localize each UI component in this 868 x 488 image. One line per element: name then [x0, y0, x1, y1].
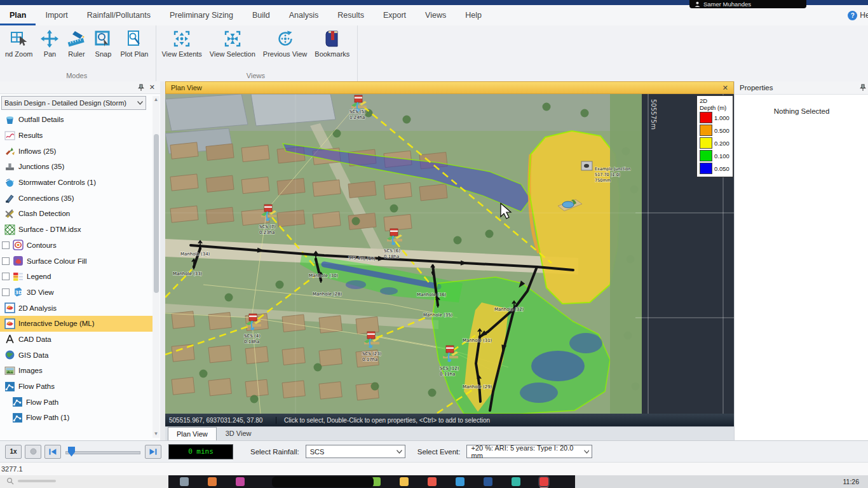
menu-item-results[interactable]: Results	[328, 5, 374, 25]
task-view-app-icon[interactable]	[180, 477, 189, 486]
menu-item-build[interactable]: Build	[243, 5, 280, 25]
app-icon-yellow[interactable]	[400, 477, 409, 486]
sidebar-item-outfall-details[interactable]: Outfall Details	[0, 112, 153, 128]
scroll-up-icon[interactable]: ▲	[153, 96, 159, 104]
sidebar-item-3d-view[interactable]: 3D3D View	[0, 285, 153, 301]
menu-item-preliminary-sizing[interactable]: Preliminary Sizing	[160, 5, 243, 25]
bookmarks-button[interactable]: Bookmarks	[311, 27, 353, 58]
rainfall-select[interactable]: SCS	[306, 445, 405, 458]
slider-handle[interactable]	[68, 447, 75, 457]
sidebar-scrollbar[interactable]: ▲ ▼	[153, 96, 159, 438]
layer-checkbox[interactable]	[2, 241, 10, 249]
app-icon-magenta[interactable]	[236, 477, 245, 486]
layer-checkbox[interactable]	[2, 273, 10, 280]
sidebar-item-clash-detection[interactable]: Clash Detection	[0, 206, 153, 222]
view-selection-button[interactable]: View Selection	[206, 27, 259, 58]
view-extents-button[interactable]: View Extents	[158, 27, 205, 58]
map-canvas[interactable]: Manhole (34)Manhole (33)Manhole (30)Manh…	[165, 94, 734, 414]
sidebar-item-junctions-35[interactable]: Junctions (35)	[0, 159, 153, 175]
sidebar-item-inflows-25[interactable]: Inflows (25)	[0, 143, 153, 159]
ribbon-group-modes: nd ZoomPanRulerSnapPlot PlanModes	[0, 25, 156, 81]
scrollbar-thumb[interactable]	[154, 134, 159, 293]
sidebar-item-gis-data[interactable]: GIS Data	[0, 347, 153, 363]
app-icon-teal[interactable]	[512, 477, 520, 486]
scs-label: SCS (4)	[244, 334, 261, 339]
plan-view-title: Plan View	[171, 84, 202, 92]
sidebar-item-stormwater-controls-1[interactable]: Stormwater Controls (1)	[0, 175, 153, 191]
legend-entry: 1.000	[700, 111, 731, 124]
menu-item-import[interactable]: Import	[36, 5, 77, 25]
close-icon[interactable]: ✕	[722, 85, 728, 92]
skip-end-button[interactable]	[145, 445, 161, 459]
layer-checkbox[interactable]	[2, 288, 10, 296]
junction-icon[interactable]	[581, 161, 592, 170]
skip-start-button[interactable]	[44, 445, 61, 459]
sidebar-item-connections-35[interactable]: Connections (35)	[0, 190, 153, 206]
previous-view-icon	[276, 29, 295, 48]
tab-plan-view[interactable]: Plan View	[168, 427, 217, 440]
sidebar-item-surface-dtm-idsx[interactable]: Surface - DTM.idsx	[0, 222, 153, 238]
menu-item-analysis[interactable]: Analysis	[280, 5, 329, 25]
sidebar-item-surface-colour-fill[interactable]: Surface Colour Fill	[0, 253, 153, 269]
junction-label: 750mm	[595, 178, 611, 183]
pan-button[interactable]: Pan	[36, 27, 63, 58]
event-select[interactable]: +20 %: ARI: 5 years: Type I: 20.0 mm	[466, 445, 592, 458]
sidebar-item-label: Results	[18, 132, 43, 139]
time-slider[interactable]	[65, 445, 140, 458]
sidebar-item-interactive-deluge-ml[interactable]: Interactive Deluge (ML)	[0, 316, 153, 332]
app-icon-navy[interactable]	[484, 477, 492, 486]
sidebar-item-cad-data[interactable]: CAD Data	[0, 332, 153, 348]
sidebar-item-images[interactable]: Images	[0, 363, 153, 379]
tab-3d-view[interactable]: 3D View	[217, 426, 261, 440]
sidebar-item-flow-paths[interactable]: Flow Paths	[0, 379, 153, 395]
sidebar-item-results[interactable]: Results	[0, 128, 153, 144]
view-extents-icon	[172, 29, 191, 48]
flow-path-icon	[12, 396, 23, 407]
legend-swatch	[700, 150, 712, 161]
layer-checkbox[interactable]	[2, 257, 10, 265]
app-icon-orange[interactable]	[208, 477, 217, 486]
sidebar-item-2d-analysis[interactable]: 2D Analysis	[0, 300, 153, 316]
ribbon-button-label: Snap	[95, 50, 112, 58]
app-icon-blue[interactable]	[456, 477, 465, 486]
sidebar-item-contours[interactable]: Contours	[0, 238, 153, 254]
menu-item-help[interactable]: Help	[456, 5, 491, 25]
ruler-button[interactable]: Ruler	[63, 27, 90, 58]
nd-zoom-button[interactable]: nd Zoom	[1, 27, 36, 58]
scroll-down-icon[interactable]: ▼	[153, 430, 159, 438]
chevron-down-icon	[397, 450, 402, 454]
sidebar-item-legend[interactable]: Legend	[0, 269, 153, 285]
presenter-name: Samer Muhandes	[703, 1, 751, 8]
scs-label: SCS (7)	[259, 224, 276, 229]
menu-item-plan[interactable]: Plan	[0, 5, 36, 25]
snap-button[interactable]: Snap	[90, 27, 116, 58]
play-button[interactable]	[25, 445, 41, 459]
clash-icon	[4, 208, 15, 219]
sidebar-item-flow-path-1[interactable]: Flow Path (1)	[0, 410, 153, 426]
previous-view-button[interactable]: Previous View	[259, 27, 311, 58]
app-icon-redorange[interactable]	[428, 477, 437, 486]
ribbon-button-label: Previous View	[263, 50, 308, 58]
manhole-label: Manhole (36)	[417, 292, 447, 297]
taskbar-search[interactable]	[6, 477, 56, 485]
design-selector[interactable]: Basin Design - Detailed Design (Storm)	[1, 96, 146, 110]
menu-items: PlanImportRainfall/PollutantsPreliminary…	[0, 5, 491, 25]
legend-swatch	[700, 163, 712, 174]
help-button[interactable]: ? Help	[848, 5, 868, 25]
menu-item-rainfall-pollutants[interactable]: Rainfall/Pollutants	[78, 5, 160, 25]
search-placeholder-blur	[18, 480, 56, 482]
inflows-icon	[4, 146, 15, 156]
ribbon-group-caption: Views	[158, 71, 353, 81]
pin-icon[interactable]	[860, 84, 866, 92]
pin-icon[interactable]	[138, 84, 144, 92]
speed-button[interactable]: 1x	[5, 445, 22, 459]
junctions-icon	[4, 161, 15, 172]
plot-plan-button[interactable]: Plot Plan	[116, 27, 152, 58]
app-icon-red[interactable]	[539, 477, 548, 486]
close-icon[interactable]: ✕	[149, 84, 155, 91]
menu-item-views[interactable]: Views	[416, 5, 456, 25]
sidebar-item-flow-path[interactable]: Flow Path	[0, 394, 153, 410]
rainfall-value: SCS	[310, 448, 325, 456]
menu-item-export[interactable]: Export	[374, 5, 416, 25]
sidebar-item-label: Clash Detection	[18, 210, 70, 217]
